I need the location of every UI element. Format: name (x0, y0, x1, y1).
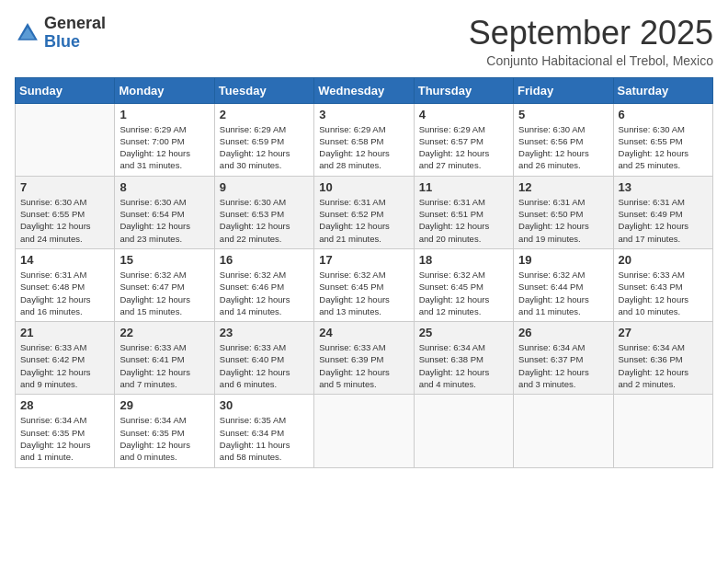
day-info: Sunrise: 6:33 AM Sunset: 6:42 PM Dayligh… (20, 341, 109, 390)
calendar-cell: 24Sunrise: 6:33 AM Sunset: 6:39 PM Dayli… (314, 322, 414, 395)
calendar-cell: 13Sunrise: 6:31 AM Sunset: 6:49 PM Dayli… (613, 176, 712, 248)
day-number: 2 (220, 108, 309, 121)
calendar-cell: 19Sunrise: 6:32 AM Sunset: 6:44 PM Dayli… (514, 248, 613, 321)
calendar-cell: 25Sunrise: 6:34 AM Sunset: 6:38 PM Dayli… (414, 322, 513, 395)
calendar-cell: 27Sunrise: 6:34 AM Sunset: 6:36 PM Dayli… (613, 322, 712, 395)
calendar-cell: 23Sunrise: 6:33 AM Sunset: 6:40 PM Dayli… (214, 322, 313, 395)
day-info: Sunrise: 6:32 AM Sunset: 6:45 PM Dayligh… (419, 269, 508, 317)
day-number: 16 (220, 253, 309, 267)
col-wednesday: Wednesday (314, 77, 414, 103)
day-info: Sunrise: 6:32 AM Sunset: 6:47 PM Dayligh… (119, 269, 209, 317)
col-monday: Monday (115, 77, 214, 103)
calendar-cell: 2Sunrise: 6:29 AM Sunset: 6:59 PM Daylig… (214, 103, 313, 176)
day-number: 27 (619, 326, 708, 339)
calendar-cell (414, 395, 513, 467)
calendar-cell: 12Sunrise: 6:31 AM Sunset: 6:50 PM Dayli… (514, 176, 613, 248)
calendar-cell: 6Sunrise: 6:30 AM Sunset: 6:55 PM Daylig… (613, 103, 712, 176)
day-number: 25 (419, 326, 508, 339)
day-number: 12 (518, 180, 608, 194)
day-info: Sunrise: 6:31 AM Sunset: 6:48 PM Dayligh… (20, 269, 109, 317)
day-number: 18 (419, 253, 508, 267)
day-number: 17 (319, 253, 408, 267)
title-section: September 2025 Conjunto Habitacional el … (469, 15, 713, 68)
page-header: General Blue September 2025 Conjunto Hab… (15, 15, 713, 68)
calendar-cell: 30Sunrise: 6:35 AM Sunset: 6:34 PM Dayli… (214, 395, 313, 467)
day-number: 22 (119, 326, 209, 339)
day-info: Sunrise: 6:30 AM Sunset: 6:55 PM Dayligh… (619, 123, 708, 172)
calendar-week-row: 14Sunrise: 6:31 AM Sunset: 6:48 PM Dayli… (16, 248, 713, 321)
day-number: 14 (20, 253, 109, 267)
calendar-cell (613, 395, 712, 467)
day-info: Sunrise: 6:30 AM Sunset: 6:56 PM Dayligh… (518, 123, 608, 172)
day-info: Sunrise: 6:34 AM Sunset: 6:35 PM Dayligh… (119, 414, 209, 463)
location-subtitle: Conjunto Habitacional el Trebol, Mexico (469, 53, 713, 68)
calendar-cell: 15Sunrise: 6:32 AM Sunset: 6:47 PM Dayli… (115, 248, 214, 321)
calendar-header-row: Sunday Monday Tuesday Wednesday Thursday… (16, 77, 713, 103)
day-number: 24 (319, 326, 408, 339)
col-tuesday: Tuesday (214, 77, 313, 103)
day-info: Sunrise: 6:31 AM Sunset: 6:51 PM Dayligh… (419, 196, 508, 245)
day-number: 21 (20, 326, 109, 339)
calendar-cell: 5Sunrise: 6:30 AM Sunset: 6:56 PM Daylig… (514, 103, 613, 176)
logo: General Blue (15, 15, 106, 52)
day-number: 7 (20, 180, 109, 194)
logo-icon (15, 20, 40, 46)
calendar-cell: 14Sunrise: 6:31 AM Sunset: 6:48 PM Dayli… (16, 248, 115, 321)
day-number: 30 (220, 398, 309, 412)
day-info: Sunrise: 6:34 AM Sunset: 6:38 PM Dayligh… (419, 341, 508, 390)
logo-general: General (44, 15, 106, 33)
day-number: 23 (220, 326, 309, 339)
calendar-cell (16, 103, 115, 176)
day-info: Sunrise: 6:31 AM Sunset: 6:50 PM Dayligh… (518, 196, 608, 245)
calendar-week-row: 28Sunrise: 6:34 AM Sunset: 6:35 PM Dayli… (16, 395, 713, 467)
col-saturday: Saturday (613, 77, 712, 103)
calendar-cell: 8Sunrise: 6:30 AM Sunset: 6:54 PM Daylig… (115, 176, 214, 248)
calendar-cell: 26Sunrise: 6:34 AM Sunset: 6:37 PM Dayli… (514, 322, 613, 395)
day-info: Sunrise: 6:35 AM Sunset: 6:34 PM Dayligh… (220, 414, 309, 463)
day-info: Sunrise: 6:31 AM Sunset: 6:52 PM Dayligh… (319, 196, 408, 245)
calendar-week-row: 1Sunrise: 6:29 AM Sunset: 7:00 PM Daylig… (16, 103, 713, 176)
day-number: 20 (619, 253, 708, 267)
day-info: Sunrise: 6:34 AM Sunset: 6:35 PM Dayligh… (20, 414, 109, 463)
calendar-cell: 4Sunrise: 6:29 AM Sunset: 6:57 PM Daylig… (414, 103, 513, 176)
day-number: 6 (619, 108, 708, 121)
day-info: Sunrise: 6:34 AM Sunset: 6:36 PM Dayligh… (619, 341, 708, 390)
calendar-cell: 11Sunrise: 6:31 AM Sunset: 6:51 PM Dayli… (414, 176, 513, 248)
calendar-cell: 20Sunrise: 6:33 AM Sunset: 6:43 PM Dayli… (613, 248, 712, 321)
day-number: 15 (119, 253, 209, 267)
calendar-week-row: 21Sunrise: 6:33 AM Sunset: 6:42 PM Dayli… (16, 322, 713, 395)
logo-blue: Blue (44, 33, 106, 52)
calendar-table: Sunday Monday Tuesday Wednesday Thursday… (15, 77, 713, 468)
day-info: Sunrise: 6:32 AM Sunset: 6:45 PM Dayligh… (319, 269, 408, 317)
day-number: 29 (119, 398, 209, 412)
day-info: Sunrise: 6:29 AM Sunset: 7:00 PM Dayligh… (119, 123, 209, 172)
day-info: Sunrise: 6:32 AM Sunset: 6:46 PM Dayligh… (220, 269, 309, 317)
calendar-cell: 29Sunrise: 6:34 AM Sunset: 6:35 PM Dayli… (115, 395, 214, 467)
col-thursday: Thursday (414, 77, 513, 103)
day-number: 8 (119, 180, 209, 194)
calendar-cell: 22Sunrise: 6:33 AM Sunset: 6:41 PM Dayli… (115, 322, 214, 395)
day-info: Sunrise: 6:33 AM Sunset: 6:39 PM Dayligh… (319, 341, 408, 390)
day-info: Sunrise: 6:29 AM Sunset: 6:58 PM Dayligh… (319, 123, 408, 172)
day-info: Sunrise: 6:33 AM Sunset: 6:41 PM Dayligh… (119, 341, 209, 390)
calendar-cell: 9Sunrise: 6:30 AM Sunset: 6:53 PM Daylig… (214, 176, 313, 248)
day-info: Sunrise: 6:30 AM Sunset: 6:54 PM Dayligh… (119, 196, 209, 245)
day-number: 11 (419, 180, 508, 194)
calendar-cell: 18Sunrise: 6:32 AM Sunset: 6:45 PM Dayli… (414, 248, 513, 321)
col-friday: Friday (514, 77, 613, 103)
calendar-cell: 3Sunrise: 6:29 AM Sunset: 6:58 PM Daylig… (314, 103, 414, 176)
calendar-cell: 7Sunrise: 6:30 AM Sunset: 6:55 PM Daylig… (16, 176, 115, 248)
day-number: 13 (619, 180, 708, 194)
calendar-cell: 1Sunrise: 6:29 AM Sunset: 7:00 PM Daylig… (115, 103, 214, 176)
day-info: Sunrise: 6:33 AM Sunset: 6:40 PM Dayligh… (220, 341, 309, 390)
day-info: Sunrise: 6:30 AM Sunset: 6:55 PM Dayligh… (20, 196, 109, 245)
day-number: 5 (518, 108, 608, 121)
day-info: Sunrise: 6:29 AM Sunset: 6:59 PM Dayligh… (220, 123, 309, 172)
day-number: 26 (518, 326, 608, 339)
day-info: Sunrise: 6:33 AM Sunset: 6:43 PM Dayligh… (619, 269, 708, 317)
day-info: Sunrise: 6:34 AM Sunset: 6:37 PM Dayligh… (518, 341, 608, 390)
day-info: Sunrise: 6:30 AM Sunset: 6:53 PM Dayligh… (220, 196, 309, 245)
day-number: 10 (319, 180, 408, 194)
day-number: 9 (220, 180, 309, 194)
day-number: 28 (20, 398, 109, 412)
